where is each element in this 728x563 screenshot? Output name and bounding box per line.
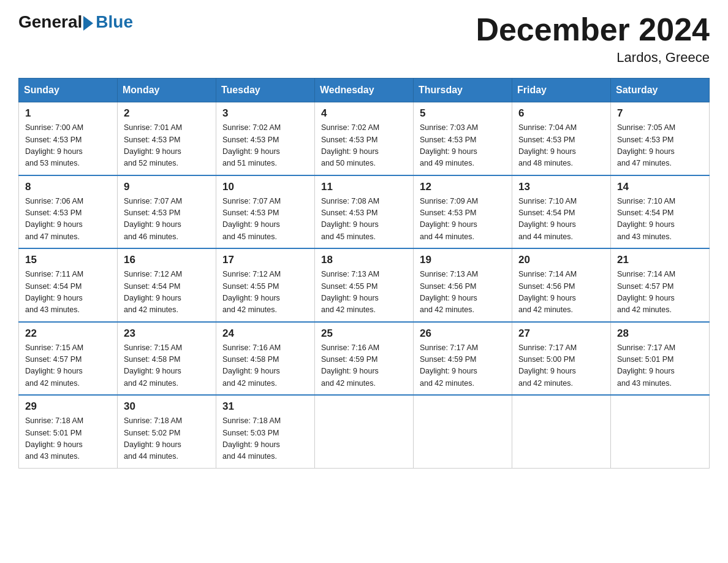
day-info: Sunrise: 7:01 AMSunset: 4:53 PMDaylight:… [124,122,210,170]
table-row [512,395,611,468]
calendar-week-row: 15Sunrise: 7:11 AMSunset: 4:54 PMDayligh… [19,248,710,322]
table-row: 19Sunrise: 7:13 AMSunset: 4:56 PMDayligh… [414,248,512,322]
day-number: 28 [617,327,703,340]
day-number: 10 [222,181,308,193]
logo-arrow-icon [83,16,93,31]
logo-blue-text: Blue [96,12,133,32]
day-number: 3 [222,107,308,120]
table-row: 4Sunrise: 7:02 AMSunset: 4:53 PMDaylight… [315,102,414,175]
table-row: 12Sunrise: 7:09 AMSunset: 4:53 PMDayligh… [414,175,512,249]
day-number: 20 [518,254,604,266]
day-info: Sunrise: 7:14 AMSunset: 4:57 PMDaylight:… [617,269,703,316]
day-number: 5 [420,107,506,120]
table-row: 28Sunrise: 7:17 AMSunset: 5:01 PMDayligh… [611,322,710,396]
day-info: Sunrise: 7:06 AMSunset: 4:53 PMDaylight:… [25,196,111,243]
col-sunday: Sunday [19,79,118,102]
table-row: 15Sunrise: 7:11 AMSunset: 4:54 PMDayligh… [19,248,118,322]
col-friday: Friday [512,79,611,102]
day-number: 9 [124,181,210,193]
day-info: Sunrise: 7:15 AMSunset: 4:57 PMDaylight:… [25,342,111,390]
day-info: Sunrise: 7:09 AMSunset: 4:53 PMDaylight:… [420,196,506,243]
table-row: 2Sunrise: 7:01 AMSunset: 4:53 PMDaylight… [118,102,216,175]
table-row: 17Sunrise: 7:12 AMSunset: 4:55 PMDayligh… [216,248,315,322]
table-row: 13Sunrise: 7:10 AMSunset: 4:54 PMDayligh… [512,175,611,249]
day-info: Sunrise: 7:05 AMSunset: 4:53 PMDaylight:… [617,122,703,170]
day-info: Sunrise: 7:07 AMSunset: 4:53 PMDaylight:… [124,196,210,243]
calendar-week-row: 1Sunrise: 7:00 AMSunset: 4:53 PMDaylight… [19,102,710,175]
day-info: Sunrise: 7:12 AMSunset: 4:55 PMDaylight:… [222,269,308,316]
day-number: 6 [518,107,604,120]
calendar-week-row: 29Sunrise: 7:18 AMSunset: 5:01 PMDayligh… [19,395,710,468]
day-number: 19 [420,254,506,266]
day-info: Sunrise: 7:18 AMSunset: 5:03 PMDaylight:… [222,415,308,463]
day-info: Sunrise: 7:00 AMSunset: 4:53 PMDaylight:… [25,122,111,170]
day-number: 30 [124,400,210,413]
table-row: 31Sunrise: 7:18 AMSunset: 5:03 PMDayligh… [216,395,315,468]
day-number: 1 [25,107,111,120]
table-row: 16Sunrise: 7:12 AMSunset: 4:54 PMDayligh… [118,248,216,322]
day-number: 15 [25,254,111,266]
day-info: Sunrise: 7:18 AMSunset: 5:01 PMDaylight:… [25,415,111,463]
day-number: 29 [25,400,111,413]
col-thursday: Thursday [414,79,512,102]
table-row: 5Sunrise: 7:03 AMSunset: 4:53 PMDaylight… [414,102,512,175]
day-number: 25 [321,327,407,340]
table-row: 23Sunrise: 7:15 AMSunset: 4:58 PMDayligh… [118,322,216,396]
table-row: 1Sunrise: 7:00 AMSunset: 4:53 PMDaylight… [19,102,118,175]
day-info: Sunrise: 7:07 AMSunset: 4:53 PMDaylight:… [222,196,308,243]
day-number: 26 [420,327,506,340]
table-row: 3Sunrise: 7:02 AMSunset: 4:53 PMDaylight… [216,102,315,175]
table-row [315,395,414,468]
table-row: 9Sunrise: 7:07 AMSunset: 4:53 PMDaylight… [118,175,216,249]
day-number: 22 [25,327,111,340]
calendar-week-row: 8Sunrise: 7:06 AMSunset: 4:53 PMDaylight… [19,175,710,249]
day-info: Sunrise: 7:13 AMSunset: 4:55 PMDaylight:… [321,269,407,316]
table-row: 29Sunrise: 7:18 AMSunset: 5:01 PMDayligh… [19,395,118,468]
month-title: December 2024 [476,12,710,47]
day-info: Sunrise: 7:13 AMSunset: 4:56 PMDaylight:… [420,269,506,316]
calendar-week-row: 22Sunrise: 7:15 AMSunset: 4:57 PMDayligh… [19,322,710,396]
table-row [611,395,710,468]
calendar-table: Sunday Monday Tuesday Wednesday Thursday… [18,78,710,469]
day-info: Sunrise: 7:02 AMSunset: 4:53 PMDaylight:… [321,122,407,170]
day-info: Sunrise: 7:11 AMSunset: 4:54 PMDaylight:… [25,269,111,316]
table-row: 30Sunrise: 7:18 AMSunset: 5:02 PMDayligh… [118,395,216,468]
table-row: 18Sunrise: 7:13 AMSunset: 4:55 PMDayligh… [315,248,414,322]
day-number: 4 [321,107,407,120]
col-wednesday: Wednesday [315,79,414,102]
logo-general-text: General [18,12,82,32]
day-number: 14 [617,181,703,193]
day-info: Sunrise: 7:03 AMSunset: 4:53 PMDaylight:… [420,122,506,170]
table-row: 24Sunrise: 7:16 AMSunset: 4:58 PMDayligh… [216,322,315,396]
day-number: 13 [518,181,604,193]
day-number: 31 [222,400,308,413]
col-monday: Monday [118,79,216,102]
col-saturday: Saturday [611,79,710,102]
col-tuesday: Tuesday [216,79,315,102]
day-info: Sunrise: 7:02 AMSunset: 4:53 PMDaylight:… [222,122,308,170]
day-number: 11 [321,181,407,193]
day-number: 24 [222,327,308,340]
day-number: 8 [25,181,111,193]
day-number: 12 [420,181,506,193]
table-row: 22Sunrise: 7:15 AMSunset: 4:57 PMDayligh… [19,322,118,396]
table-row: 11Sunrise: 7:08 AMSunset: 4:53 PMDayligh… [315,175,414,249]
title-block: December 2024 Lardos, Greece [476,12,710,66]
day-number: 17 [222,254,308,266]
day-info: Sunrise: 7:17 AMSunset: 5:01 PMDaylight:… [617,342,703,390]
table-row: 6Sunrise: 7:04 AMSunset: 4:53 PMDaylight… [512,102,611,175]
day-info: Sunrise: 7:17 AMSunset: 5:00 PMDaylight:… [518,342,604,390]
day-info: Sunrise: 7:16 AMSunset: 4:58 PMDaylight:… [222,342,308,390]
day-number: 16 [124,254,210,266]
day-number: 27 [518,327,604,340]
table-row: 20Sunrise: 7:14 AMSunset: 4:56 PMDayligh… [512,248,611,322]
day-number: 23 [124,327,210,340]
logo: General Blue [18,12,133,32]
day-number: 21 [617,254,703,266]
day-number: 2 [124,107,210,120]
page-header: General Blue December 2024 Lardos, Greec… [18,12,710,66]
day-info: Sunrise: 7:08 AMSunset: 4:53 PMDaylight:… [321,196,407,243]
table-row: 26Sunrise: 7:17 AMSunset: 4:59 PMDayligh… [414,322,512,396]
table-row: 8Sunrise: 7:06 AMSunset: 4:53 PMDaylight… [19,175,118,249]
table-row: 21Sunrise: 7:14 AMSunset: 4:57 PMDayligh… [611,248,710,322]
